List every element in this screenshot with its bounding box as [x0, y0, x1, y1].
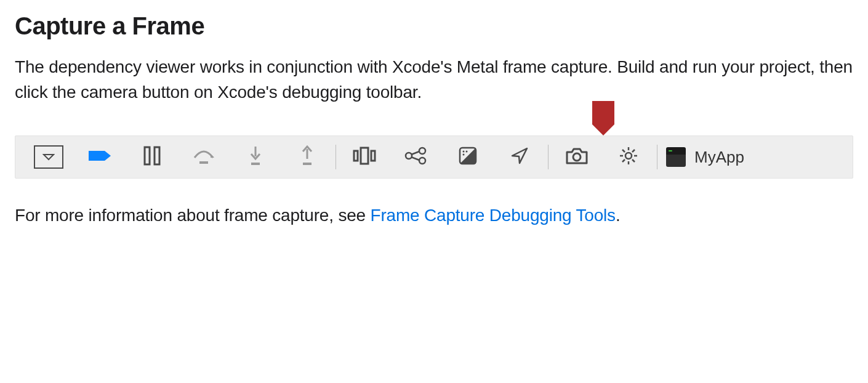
svg-point-12 [419, 158, 425, 164]
step-into-button[interactable] [230, 136, 281, 178]
app-target-segment[interactable]: MyApp [666, 147, 744, 167]
section-heading: Capture a Frame [15, 12, 853, 40]
debug-dropdown-button[interactable] [23, 136, 74, 178]
svg-rect-1 [155, 147, 159, 164]
toolbar-separator [336, 145, 336, 169]
camera-icon [565, 146, 589, 168]
section-paragraph: The dependency viewer works in conjuncti… [15, 55, 853, 105]
app-target-icon [666, 147, 686, 167]
capture-frame-button[interactable] [551, 136, 603, 178]
pause-button[interactable] [126, 136, 178, 178]
svg-line-13 [411, 151, 419, 155]
environment-overrides-button[interactable] [442, 136, 494, 178]
svg-point-17 [466, 151, 468, 153]
toolbar-separator [657, 145, 657, 169]
view-debugger-icon [352, 146, 377, 168]
svg-line-28 [632, 150, 635, 152]
svg-rect-9 [371, 151, 375, 161]
footer-paragraph: For more information about frame capture… [15, 203, 853, 228]
svg-line-27 [622, 159, 625, 162]
settings-gear-icon [619, 146, 638, 168]
step-out-button[interactable] [281, 136, 333, 178]
step-over-button[interactable] [178, 136, 230, 178]
step-over-icon [192, 147, 215, 167]
svg-line-26 [632, 159, 635, 162]
svg-point-19 [573, 153, 581, 161]
simulate-location-button[interactable] [494, 136, 545, 178]
footer-prefix-text: For more information about frame capture… [15, 206, 371, 225]
svg-line-14 [411, 157, 419, 160]
debug-dropdown-icon [34, 145, 63, 169]
svg-line-25 [622, 150, 625, 152]
view-debugger-button[interactable] [339, 136, 390, 178]
toolbar-separator [548, 145, 549, 169]
svg-rect-8 [354, 151, 358, 161]
callout-pointer-icon [590, 100, 617, 137]
svg-rect-0 [145, 147, 150, 164]
memory-graph-icon [404, 147, 428, 167]
environment-overrides-icon [458, 146, 478, 168]
svg-rect-4 [251, 163, 260, 165]
svg-point-11 [419, 148, 425, 154]
breakpoint-button[interactable] [74, 136, 126, 178]
svg-point-20 [625, 153, 632, 159]
step-out-icon [298, 145, 316, 169]
debug-toolbar: MyApp [15, 135, 853, 179]
memory-graph-button[interactable] [390, 136, 442, 178]
svg-point-16 [463, 151, 465, 153]
frame-capture-docs-link[interactable]: Frame Capture Debugging Tools [371, 206, 616, 225]
app-target-label: MyApp [694, 148, 744, 167]
debug-toolbar-figure: MyApp [15, 135, 853, 179]
location-icon [510, 146, 529, 168]
svg-rect-7 [361, 148, 368, 164]
svg-rect-2 [199, 161, 208, 164]
footer-suffix-text: . [616, 206, 621, 225]
svg-rect-6 [303, 163, 311, 165]
step-into-icon [246, 145, 265, 169]
pause-icon [143, 146, 161, 168]
svg-point-10 [406, 153, 412, 159]
debug-settings-button[interactable] [603, 136, 654, 178]
svg-point-18 [463, 154, 465, 156]
breakpoint-icon [87, 148, 113, 166]
